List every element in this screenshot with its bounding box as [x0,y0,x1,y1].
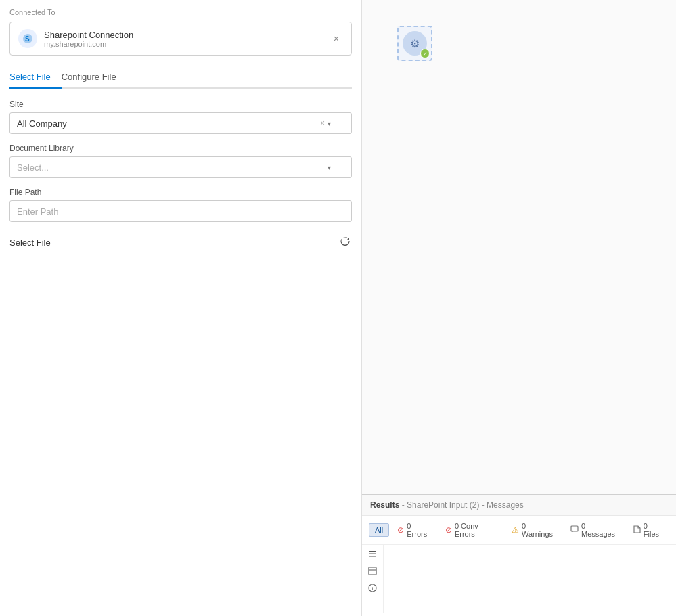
info-icon: i [368,584,377,592]
file-path-input[interactable] [9,200,352,222]
node-inner: ⚙ ✓ [403,31,427,56]
file-path-field-group: File Path [9,188,352,222]
list-icon [368,550,377,558]
files-icon [633,525,641,535]
canvas-area: ⚙ ✓ [362,0,676,494]
conv-errors-icon: ⊘ [445,525,452,535]
svg-rect-3 [369,551,376,552]
sharepoint-node[interactable]: ⚙ ✓ [397,26,432,61]
connection-url: my.sharepoint.com [44,40,133,48]
document-library-select-wrapper: Select... ▾ [9,156,352,178]
results-header: Results - SharePoint Input (2) - Message… [362,495,676,516]
warnings-label: 0 Warnings [522,522,557,538]
results-content [384,545,676,613]
tab-configure-file[interactable]: Configure File [62,66,127,89]
connection-card: S Sharepoint Connection my.sharepoint.co… [9,22,352,56]
svg-text:S: S [25,35,30,43]
svg-rect-5 [369,556,376,557]
doc-lib-controls: ▾ [328,164,331,171]
document-library-placeholder: Select... [17,162,328,173]
results-info-button[interactable]: i [366,581,379,594]
detail-icon [368,567,377,575]
tab-select-file[interactable]: Select File [9,66,62,89]
select-file-label: Select File [9,238,51,248]
right-panel: ⚙ ✓ Results - SharePoint Input (2) - Mes… [362,0,676,616]
left-panel: Connected To S Sharepoint Connection my.… [0,0,362,616]
select-file-row: Select File [9,234,352,250]
connection-name: Sharepoint Connection [44,30,133,40]
svg-rect-4 [369,554,376,555]
stat-warnings[interactable]: ⚠ 0 Warnings [506,520,562,540]
results-panel: Results - SharePoint Input (2) - Message… [362,494,676,616]
results-side-buttons: i [362,545,384,613]
results-subtitle: - SharePoint Input (2) - Messages [402,500,524,510]
sharepoint-icon: S [18,29,37,48]
connected-to-label: Connected To [9,8,352,16]
document-library-label: Document Library [9,144,352,153]
site-select-controls: × ▾ [320,118,331,128]
file-tabs: Select File Configure File [9,66,352,89]
messages-label: 0 Messages [581,522,619,538]
node-gear-icon: ⚙ [410,37,420,50]
stat-messages[interactable]: 0 Messages [565,520,625,540]
site-select-clear[interactable]: × [320,118,325,128]
errors-icon: ⊘ [397,525,404,535]
node-badge: ✓ [420,49,430,58]
results-body: i [362,545,676,613]
svg-rect-2 [571,526,578,531]
results-toolbar: All ⊘ 0 Errors ⊘ 0 Conv Errors ⚠ 0 Warni… [362,516,676,545]
close-connection-button[interactable]: × [330,32,343,45]
warnings-icon: ⚠ [512,525,519,535]
svg-text:i: i [372,586,374,592]
results-list-button[interactable] [366,548,379,560]
stat-files[interactable]: 0 Files [627,520,669,540]
site-select[interactable]: All Company × ▾ [9,112,352,134]
document-library-field-group: Document Library Select... ▾ [9,144,352,178]
stat-conv-errors[interactable]: ⊘ 0 Conv Errors [440,520,503,540]
doc-lib-arrow-icon: ▾ [328,164,331,171]
refresh-icon [340,236,351,246]
results-all-button[interactable]: All [369,523,389,537]
site-label: Site [9,100,352,109]
connection-details: Sharepoint Connection my.sharepoint.com [44,30,133,48]
messages-icon [570,525,579,535]
document-library-select[interactable]: Select... ▾ [9,156,352,178]
site-select-arrow-icon: ▾ [328,120,331,127]
results-title: Results [370,500,399,510]
svg-rect-6 [369,567,376,575]
results-detail-button[interactable] [366,565,379,577]
connection-info: S Sharepoint Connection my.sharepoint.co… [18,29,133,48]
stat-errors[interactable]: ⊘ 0 Errors [392,520,437,540]
file-path-label: File Path [9,188,352,197]
refresh-button[interactable] [338,234,352,250]
conv-errors-label: 0 Conv Errors [455,522,498,538]
site-select-value: All Company [17,118,320,129]
files-label: 0 Files [644,522,664,538]
errors-label: 0 Errors [407,522,432,538]
site-field-group: Site All Company × ▾ [9,100,352,134]
